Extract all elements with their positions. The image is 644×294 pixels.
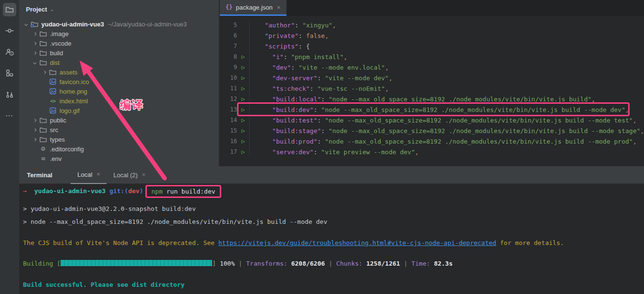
code-line-15: 15▷ "build:stage": "node --max_old_space… [220,125,644,136]
progress-bar [60,260,212,266]
tree-item--image[interactable]: .image [19,29,219,38]
tree-item-public[interactable]: public [19,115,219,125]
terminal-tab-label: Local [77,171,92,178]
project-folder-icon [30,20,39,28]
line-number: 14 [220,117,237,123]
tree-item-yudao-ui-admin-vue3[interactable]: yudao-ui-admin-vue3~/Java/yudao-ui-admin… [19,19,219,29]
html-icon: <> [48,98,58,104]
tree-item-build[interactable]: build [19,48,219,58]
line-number: 5 [220,22,237,28]
close-icon[interactable]: × [142,172,145,178]
run-script-icon[interactable]: ▷ [237,104,250,115]
tab-package-json[interactable]: {} package.json × [220,0,286,16]
chevron-down-icon[interactable] [31,61,38,64]
line-number: 10 [220,74,237,81]
project-panel-title: Project [26,6,47,13]
chevron-right-icon[interactable] [40,71,48,74]
tree-item-index-html[interactable]: <>index.html [19,96,219,106]
terminal-tab-local[interactable]: Local× [71,166,107,184]
project-folder-icon[interactable] [3,3,16,16]
chevron-right-icon[interactable] [31,52,38,54]
run-script-icon[interactable]: ▷ [237,73,250,83]
tree-item-logo-gif[interactable]: logo.gif [19,106,219,115]
editor-tab-label: package.json [236,4,273,11]
chevron-right-icon[interactable] [31,129,38,131]
tree-item-label: types [50,136,65,143]
image-icon [48,107,58,114]
code-line-10: 10▷ "dev-server": "vite --mode dev", [220,73,644,83]
close-icon[interactable]: × [277,4,281,11]
svg-text:?: ? [11,52,12,55]
terminal-panel-title: Terminal [27,172,52,179]
project-panel-header[interactable]: Project ⌄ [19,0,219,18]
terminal-prompt-line: → yudao-ui-admin-vue3 git:(dev)npm run b… [23,184,644,197]
run-script-icon[interactable]: ▷ [237,83,250,94]
image-icon [48,87,58,95]
git-suffix: ) [140,187,143,195]
folder-icon [38,135,48,143]
commit-icon[interactable] [3,24,16,37]
project-tool-window: Project ⌄ yudao-ui-admin-vue3~/Java/yuda… [19,0,219,166]
tree-item-dist[interactable]: dist [19,58,219,67]
folder-icon [38,39,48,47]
tree-item--editorconfig[interactable]: ⚙.editorconfig [19,144,219,154]
editor-tab-bar: {} package.json × [220,0,644,16]
code-line-5: 5 "author": "xingyu", [220,20,644,30]
line-number: 7 [220,43,237,49]
chevron-right-icon[interactable] [31,119,38,122]
editor-area: {} package.json × 5 "author": "xingyu",6… [220,0,644,166]
line-number: 13 [220,106,237,113]
lines-icon: ≡ [38,155,48,162]
tree-item-assets[interactable]: assets [19,67,219,77]
project-path: ~/Java/yudao-ui-admin-vue3 [108,21,187,28]
run-script-icon[interactable]: ▷ [237,51,250,62]
tree-item--vscode[interactable]: .vscode [19,38,219,48]
troubleshooting-link[interactable]: https://vitejs.dev/guide/troubleshooting… [218,239,496,246]
annotation-label: 编译 [120,98,144,112]
chevron-down-icon[interactable]: ⌄ [50,7,54,12]
code-line-12: 12▷ "build:local": "node --max_old_space… [220,94,644,104]
run-script-icon[interactable]: ▷ [237,62,250,73]
chevron-right-icon[interactable] [31,42,38,45]
run-script-icon[interactable]: ▷ [237,136,250,147]
more-icon[interactable]: ⋯ [3,109,16,122]
tree-item-types[interactable]: types [19,135,219,144]
chevron-down-icon[interactable] [22,23,30,25]
gutter-spacer [237,20,250,30]
code-line-11: 11▷ "ts:check": "vue-tsc --noEmit", [220,83,644,94]
terminal-tab-local-2-[interactable]: Local (2)× [107,166,152,184]
run-script-icon[interactable]: ▷ [237,147,250,157]
code-editor[interactable]: 5 "author": "xingyu",6 "private": false,… [220,16,644,157]
tree-item-label: assets [60,69,78,76]
project-tree: yudao-ui-admin-vue3~/Java/yudao-ui-admin… [19,19,219,163]
users-help-icon[interactable]: ? [3,45,16,59]
tree-item-label: index.html [60,98,88,105]
code-line-8: 8▷ "i": "pnpm install", [220,51,644,62]
tree-item-favicon-ico[interactable]: favicon.ico [19,77,219,86]
terminal-tab-bar: Terminal Local×Local (2)× [19,166,644,184]
chevron-right-icon[interactable] [31,138,38,141]
close-icon[interactable]: × [96,171,100,178]
terminal-console[interactable]: → yudao-ui-admin-vue3 git:(dev)npm run b… [19,184,644,291]
structure-icon[interactable] [3,66,16,80]
gutter-spacer [237,41,250,51]
line-number: 17 [220,148,237,155]
tree-item-label: logo.gif [60,107,80,114]
tree-item-src[interactable]: src [19,125,219,135]
pull-requests-icon[interactable] [3,87,16,101]
run-script-icon[interactable]: ▷ [237,115,250,125]
folder-icon [38,30,48,37]
tree-item-label: build [50,49,63,57]
code-line-17: 17▷ "serve:dev": "vite preview --mode de… [220,147,644,157]
line-number: 11 [220,85,237,92]
line-number: 9 [220,64,237,71]
code-line-13: 13▷ "build:dev": "node --max_old_space_s… [220,104,644,115]
tree-item-home-png[interactable]: home.png [19,86,219,96]
gutter-spacer [237,30,250,41]
run-script-icon[interactable]: ▷ [237,94,250,104]
run-script-icon[interactable]: ▷ [237,125,250,136]
tree-item--env[interactable]: ≡.env [19,154,219,163]
tree-item-label: favicon.ico [60,78,89,86]
chevron-right-icon[interactable] [31,33,38,35]
highlight-box-command: npm run build:dev [145,185,221,198]
